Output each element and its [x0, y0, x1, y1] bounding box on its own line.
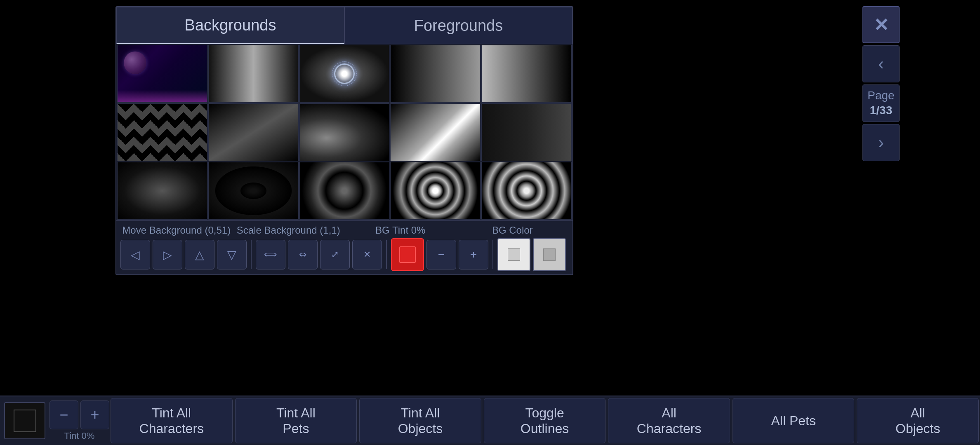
divider-1 — [251, 240, 252, 269]
tint-all-objects-btn[interactable]: Tint All Objects — [359, 398, 481, 443]
global-tint-minus[interactable]: − — [49, 400, 78, 429]
divider-2 — [386, 240, 387, 269]
all-pets-btn[interactable]: All Pets — [733, 398, 855, 443]
controls-label-row: Move Background (0,51) Scale Background … — [120, 225, 568, 236]
move-up-btn[interactable]: △ — [185, 240, 214, 269]
toggle-outlines-btn[interactable]: Toggle Outlines — [484, 398, 606, 443]
all-objects-btn[interactable]: All Objects — [857, 398, 979, 443]
backgrounds-grid — [116, 44, 572, 220]
tint-color-btn[interactable] — [391, 238, 424, 271]
scale-bg-label: Scale Background (1,1) — [233, 225, 345, 236]
swatch-white-inner — [508, 248, 520, 261]
spotlight-cursor — [334, 63, 355, 84]
scale-h-out-btn[interactable]: ⟺ — [256, 240, 285, 269]
grid-cell-wedge[interactable] — [390, 103, 481, 161]
bg-tint-label: BG Tint 0% — [344, 225, 457, 236]
planet-image — [124, 52, 146, 74]
stepper-row: − + — [49, 400, 109, 429]
tab-foregrounds[interactable]: Foregrounds — [344, 7, 572, 44]
grid-cell-rings2[interactable] — [481, 162, 572, 220]
close-button[interactable]: ✕ — [862, 6, 900, 43]
grid-cell-rings1[interactable] — [390, 162, 481, 220]
swatch-light-inner — [543, 248, 556, 261]
tint-color-inner-box — [14, 410, 36, 432]
side-nav: ✕ ‹ Page 1/33 › — [862, 6, 900, 161]
grid-cell-dark-grad[interactable] — [208, 103, 299, 161]
next-page-button[interactable]: › — [862, 124, 900, 161]
color-swatch-white[interactable] — [497, 238, 530, 271]
bottom-toolbar: − + Tint 0% Tint All Characters Tint All… — [0, 396, 980, 445]
tint-minus-btn[interactable]: − — [426, 240, 456, 269]
prev-page-button[interactable]: ‹ — [862, 45, 900, 82]
controls-buttons-row: ◁ ▷ △ ▽ ⟺ ⇔ ⤢ ✕ − + — [120, 238, 568, 271]
page-info: Page 1/33 — [862, 84, 900, 122]
grid-cell-checker[interactable] — [117, 103, 207, 161]
scale-reset-btn[interactable]: ✕ — [352, 240, 382, 269]
backgrounds-panel: Backgrounds Foregrounds — [115, 6, 573, 275]
move-bg-label: Move Background (0,51) — [120, 225, 233, 236]
tint-stepper: − + Tint 0% — [49, 400, 109, 441]
grid-cell-grad-lr[interactable] — [208, 45, 299, 103]
grid-cell-spotlight2[interactable] — [299, 103, 390, 161]
tint-label: Tint 0% — [64, 431, 95, 441]
divider-3 — [492, 240, 493, 269]
tint-plus-btn[interactable]: + — [459, 240, 488, 269]
tabs-row: Backgrounds Foregrounds — [116, 7, 572, 44]
tab-backgrounds[interactable]: Backgrounds — [116, 7, 344, 44]
move-down-btn[interactable]: ▽ — [217, 240, 247, 269]
tint-color-inner — [399, 246, 416, 263]
grid-cell-blob3[interactable] — [299, 162, 390, 220]
grid-cell-blob2[interactable] — [208, 162, 299, 220]
grid-cell-space[interactable] — [117, 45, 207, 103]
main-container: Backgrounds Foregrounds — [0, 0, 980, 445]
grid-cell-blob1[interactable] — [117, 162, 207, 220]
all-characters-btn[interactable]: All Characters — [608, 398, 730, 443]
tint-all-pets-btn[interactable]: Tint All Pets — [235, 398, 357, 443]
scale-v-out-btn[interactable]: ⤢ — [320, 240, 350, 269]
color-swatch-light[interactable] — [533, 238, 566, 271]
controls-bar: Move Background (0,51) Scale Background … — [116, 220, 572, 274]
tint-color-box[interactable] — [4, 402, 45, 439]
move-right-btn[interactable]: ▷ — [153, 240, 182, 269]
global-tint-plus[interactable]: + — [80, 400, 109, 429]
grid-cell-dark[interactable] — [481, 103, 572, 161]
bg-color-label: BG Color — [457, 225, 569, 236]
grid-cell-spotlight[interactable] — [299, 45, 390, 103]
tint-all-characters-btn[interactable]: Tint All Characters — [111, 398, 233, 443]
scale-h-in-btn[interactable]: ⇔ — [288, 240, 318, 269]
grid-cell-grad-bw[interactable] — [390, 45, 481, 103]
grid-cell-grad-wb[interactable] — [481, 45, 572, 103]
move-left-btn[interactable]: ◁ — [120, 240, 150, 269]
